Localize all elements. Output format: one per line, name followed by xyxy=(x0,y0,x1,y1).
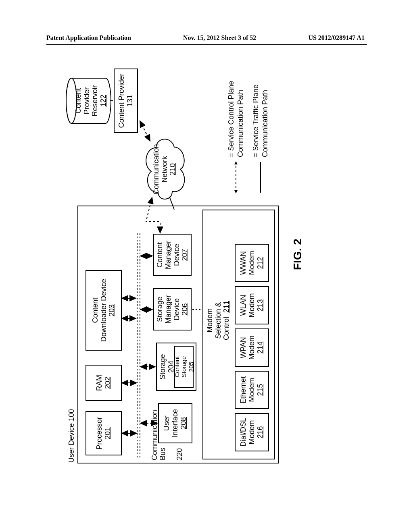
diagram-canvas: User Device 100 Modem Selection & Contro… xyxy=(65,64,348,468)
wlan-label: WLAN Modem xyxy=(239,293,256,317)
page-header: Patent Application Publication Nov. 15, … xyxy=(0,34,413,42)
storage-manager-label: Storage Manager Device xyxy=(156,295,181,324)
header-center: Nov. 15, 2012 Sheet 3 of 52 xyxy=(183,34,256,42)
header-left: Patent Application Publication xyxy=(46,34,131,42)
ui-label: User Interface xyxy=(163,409,179,437)
reservoir-label: Content Provider Reservoir xyxy=(74,85,99,116)
ram-ref: 202 xyxy=(104,377,112,389)
dial-dsl-ref: 216 xyxy=(256,426,265,438)
wlan-ref: 213 xyxy=(256,299,265,311)
legend-traffic-text: = Service Traffic Plane Communication Pa… xyxy=(251,60,270,157)
ethernet-box: Ethernet Modem 215 xyxy=(235,371,269,409)
legend: = Service Control Plane Communication Pa… xyxy=(227,60,276,193)
content-manager-ref: 207 xyxy=(181,249,189,261)
bus-ref: 220 xyxy=(175,448,184,460)
wpan-label: WPAN Modem xyxy=(239,335,256,360)
content-downloader-ref: 203 xyxy=(108,304,116,316)
content-downloader-box: Content Downloader Device 203 xyxy=(86,270,122,351)
modem-sel-ref: 211 xyxy=(222,301,230,313)
ethernet-label: Ethernet Modem xyxy=(239,376,256,403)
ethernet-ref: 215 xyxy=(256,384,265,396)
wpan-ref: 214 xyxy=(256,341,265,353)
modem-sel-label: Modem Selection & Control 211 xyxy=(206,286,231,355)
user-interface-box: User Interface 208 xyxy=(158,403,192,443)
wwan-box: WWAN Modem 212 xyxy=(235,244,269,282)
content-manager-label: Content Manager Device xyxy=(156,241,181,269)
storage-manager-ref: 206 xyxy=(181,303,189,315)
ui-ref: 208 xyxy=(179,417,188,429)
network-cloud: Communication Network 210 xyxy=(140,135,190,204)
legend-control-line xyxy=(233,161,239,193)
wlan-box: WLAN Modem 213 xyxy=(235,286,269,324)
content-storage-box: Content Storage 205 xyxy=(174,346,194,388)
dial-dsl-label: Dial/DSL Modem xyxy=(239,418,256,447)
reservoir-cylinder: Content Provider Reservoir 122 xyxy=(65,77,112,125)
figure-label: FIG. 2 xyxy=(291,239,304,270)
content-provider-box: Content Provider 131 xyxy=(114,69,138,133)
content-storage-label: Content Storage xyxy=(173,356,188,378)
ram-box: RAM 202 xyxy=(86,365,122,401)
user-device-title: User Device 100 xyxy=(67,409,76,463)
legend-control-text: = Service Control Plane Communication Pa… xyxy=(227,60,246,157)
content-provider-label: Content Provider xyxy=(117,73,126,128)
dial-dsl-box: Dial/DSL Modem 216 xyxy=(235,413,269,451)
storage-label: Storage xyxy=(159,354,167,379)
wpan-box: WPAN Modem 214 xyxy=(235,328,269,367)
network-ref: 210 xyxy=(169,163,177,175)
reservoir-ref: 122 xyxy=(99,95,107,107)
content-downloader-label: Content Downloader Device xyxy=(91,279,108,342)
legend-control-row: = Service Control Plane Communication Pa… xyxy=(227,60,246,193)
header-divider xyxy=(46,44,367,45)
network-label: Communication Network xyxy=(152,144,169,194)
header-right: US 2012/0289147 A1 xyxy=(308,34,365,42)
legend-traffic-row: = Service Traffic Plane Communication Pa… xyxy=(251,60,270,193)
legend-traffic-line xyxy=(258,161,263,193)
processor-label: Processor xyxy=(95,417,104,449)
processor-ref: 201 xyxy=(104,427,112,439)
content-provider-ref: 131 xyxy=(126,95,134,107)
content-manager-box: Content Manager Device 207 xyxy=(153,234,192,276)
wwan-ref: 212 xyxy=(256,257,265,269)
ram-label: RAM xyxy=(95,375,104,391)
storage-manager-box: Storage Manager Device 206 xyxy=(153,288,192,330)
processor-box: Processor 201 xyxy=(86,411,122,455)
content-storage-ref: 205 xyxy=(188,362,194,372)
wwan-label: WWAN Modem xyxy=(239,251,256,275)
